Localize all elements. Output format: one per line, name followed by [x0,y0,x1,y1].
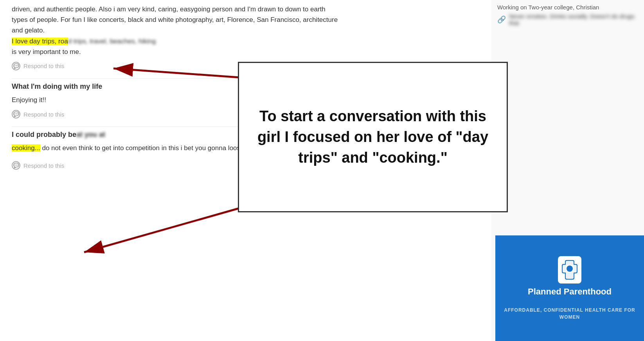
sidebar-blurred-1: Never smokes. Drinks socially. Doesn't d… [509,13,638,26]
link-icon: 🔗 [497,15,506,24]
pp-title: Planned Parenthood [528,287,612,297]
chat-icon-3: 💬 [12,161,20,170]
pp-banner[interactable]: Planned Parenthood AFFORDABLE, CONFIDENT… [495,235,644,341]
pp-subtitle: AFFORDABLE, CONFIDENTIAL HEALTH CARE FOR… [503,307,636,321]
respond-label-3: Respond to this [23,162,64,169]
respond-label-2: Respond to this [23,111,64,118]
intro-paragraph: driven, and authentic people. Also i am … [12,0,340,57]
respond-label-1: Respond to this [23,63,64,69]
chat-icon-1: 💬 [12,62,20,70]
cooking-highlight: cooking... [12,144,40,152]
intro-text-1: driven, and authentic people. Also i am … [12,5,338,34]
chat-icon-2: 💬 [12,110,20,118]
callout-text: To start a conversation with this girl I… [251,106,495,169]
pp-logo: Planned Parenthood [528,256,612,297]
highlight-day-trips: I love day trips, roa [12,38,68,45]
section2-body: do not even think to get into competitio… [40,144,250,152]
blurred-road-trips: d trips, travel, beaches, hiking [68,38,156,45]
intro-end: is very important to me. [12,48,81,56]
section2-heading-text: I could probably be [12,131,76,138]
section2-heading-blurred: at you at [76,131,105,138]
sidebar-text-1: Working on Two-year college, Christian [497,4,599,11]
pp-icon [558,256,581,284]
callout-box: To start a conversation with this girl I… [238,62,508,212]
sidebar-line1: Working on Two-year college, Christian [497,4,638,11]
svg-point-4 [567,266,573,272]
